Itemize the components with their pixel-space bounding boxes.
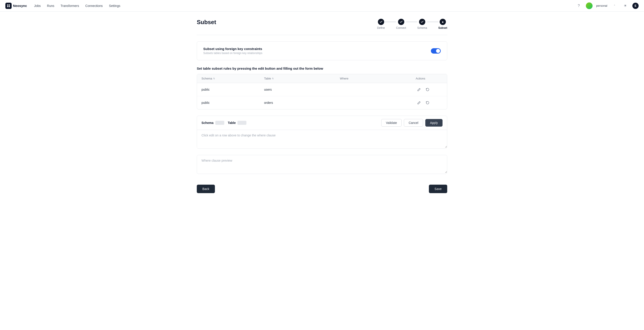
form-labels: Schema Table xyxy=(202,121,246,125)
foreign-key-text: Subset using foreign key constraints Sub… xyxy=(203,47,262,55)
row-2-schema: public xyxy=(202,101,264,105)
foreign-key-toggle[interactable] xyxy=(431,48,441,54)
page-title: Subset xyxy=(197,19,216,26)
where-clause-input[interactable] xyxy=(197,130,447,148)
table-row: public users xyxy=(197,83,447,96)
svg-rect-0 xyxy=(7,4,8,5)
back-button[interactable]: Back xyxy=(197,185,215,193)
foreign-key-card: Subset using foreign key constraints Sub… xyxy=(197,41,447,60)
foreign-key-card-row: Subset using foreign key constraints Sub… xyxy=(203,47,441,55)
logo-svg xyxy=(7,4,10,7)
row-1-schema: public xyxy=(202,88,264,91)
form-section: Schema Table Validate Cancel Apply xyxy=(197,116,447,149)
step-define: Define xyxy=(377,19,385,29)
step-circle-subset: ● xyxy=(440,19,446,25)
footer: Back Save xyxy=(197,181,447,193)
schema-sort-icon[interactable]: ⇅ xyxy=(213,77,215,80)
preview-section xyxy=(197,155,447,174)
logo-icon xyxy=(5,3,12,9)
table-label-group: Table xyxy=(228,121,247,125)
row-1-table: users xyxy=(264,88,340,91)
step-circle-connect xyxy=(398,19,404,25)
cancel-button[interactable]: Cancel xyxy=(404,119,423,127)
connector-1 xyxy=(385,22,396,22)
step-schema: Schema xyxy=(417,19,427,29)
apply-button[interactable]: Apply xyxy=(425,119,442,127)
step-label-define: Define xyxy=(377,26,385,29)
table-label: Table xyxy=(228,121,236,125)
table-badge xyxy=(238,121,246,125)
workspace-chevron-button[interactable]: ⌃ xyxy=(611,2,618,9)
nav-link-connections[interactable]: Connections xyxy=(86,4,103,7)
nav-link-settings[interactable]: Settings xyxy=(109,4,120,7)
schema-label: Schema xyxy=(202,121,214,125)
page-header: Subset Define Connect xyxy=(197,19,447,29)
main-content: Subset Define Connect xyxy=(188,12,456,200)
nav-link-jobs[interactable]: Jobs xyxy=(34,4,41,7)
col-where: Where xyxy=(340,77,416,80)
foreign-key-title: Subset using foreign key constraints xyxy=(203,47,262,51)
table-wrapper: Schema ⇅ Table ⇅ Where Actions public us… xyxy=(197,74,447,109)
form-header: Schema Table Validate Cancel Apply xyxy=(197,116,447,130)
step-subset: ● Subset xyxy=(438,19,447,29)
row-2-edit-button[interactable] xyxy=(416,99,422,106)
where-clause-preview[interactable] xyxy=(197,155,447,173)
user-avatar: E xyxy=(632,3,639,9)
col-table: Table ⇅ xyxy=(264,77,340,80)
table-header: Schema ⇅ Table ⇅ Where Actions xyxy=(197,74,447,83)
row-1-edit-button[interactable] xyxy=(416,86,422,93)
form-actions: Validate Cancel Apply xyxy=(381,119,442,127)
col-schema: Schema ⇅ xyxy=(202,77,264,80)
logo-text: Neosync xyxy=(13,4,27,7)
schema-label-group: Schema xyxy=(202,121,224,125)
nav-right: ? personal ⌃ ☀ E xyxy=(575,2,639,9)
svg-rect-2 xyxy=(7,6,8,7)
foreign-key-subtitle: Subsets tables based on foreign key rela… xyxy=(203,52,262,55)
step-circle-define xyxy=(378,19,384,25)
step-label-schema: Schema xyxy=(417,26,427,29)
step-label-subset: Subset xyxy=(438,26,447,29)
stepper: Define Connect Schema ● xyxy=(377,19,447,29)
theme-toggle-button[interactable]: ☀ xyxy=(622,2,629,9)
nav-links: Jobs Runs Transformers Connections Setti… xyxy=(34,4,120,7)
nav-link-runs[interactable]: Runs xyxy=(47,4,54,7)
navbar: Neosync Jobs Runs Transformers Connectio… xyxy=(0,0,644,12)
row-2-table: orders xyxy=(264,101,340,105)
svg-rect-3 xyxy=(9,6,10,7)
avatar xyxy=(586,2,592,9)
connector-2 xyxy=(406,22,417,22)
validate-button[interactable]: Validate xyxy=(381,119,402,127)
table-sort-icon[interactable]: ⇅ xyxy=(272,77,274,80)
row-2-actions xyxy=(416,99,442,106)
step-circle-schema xyxy=(419,19,425,25)
connector-3 xyxy=(427,22,438,22)
schema-badge xyxy=(215,121,224,125)
col-actions: Actions xyxy=(416,77,442,80)
where-clause-input-wrapper xyxy=(197,130,447,149)
row-1-reset-button[interactable] xyxy=(424,86,431,93)
workspace-label: personal xyxy=(596,4,607,7)
step-label-connect: Connect xyxy=(396,26,406,29)
row-1-actions xyxy=(416,86,442,93)
logo[interactable]: Neosync xyxy=(5,3,27,9)
table-row: public orders xyxy=(197,96,447,109)
svg-rect-1 xyxy=(9,4,10,5)
row-2-reset-button[interactable] xyxy=(424,99,431,106)
step-connect: Connect xyxy=(396,19,406,29)
save-button[interactable]: Save xyxy=(429,185,447,193)
nav-link-transformers[interactable]: Transformers xyxy=(60,4,79,7)
help-button[interactable]: ? xyxy=(575,2,582,9)
table-section-heading: Set table subset rules by pressing the e… xyxy=(197,67,447,70)
